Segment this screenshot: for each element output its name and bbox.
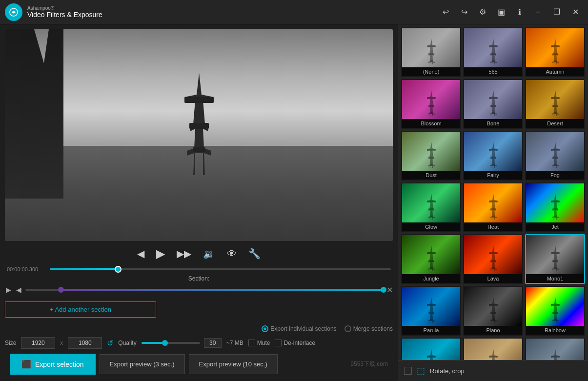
filter-item-heat[interactable]: Heat [463, 182, 523, 232]
reset-size-icon[interactable]: ↺ [107, 339, 113, 348]
app-name: Ashampoo® Video Filters & Exposure [27, 5, 438, 19]
svg-rect-64 [553, 267, 557, 269]
width-input[interactable] [21, 337, 55, 349]
quality-thumb[interactable] [162, 340, 168, 346]
filter-name: 565 [464, 67, 522, 76]
filter-item-parula[interactable]: Parula [401, 286, 461, 336]
step-forward-button[interactable]: ▶▶ [175, 246, 193, 261]
filter-item-dust[interactable]: Dust [401, 131, 461, 180]
export-options-row: Export individual sections Merge section… [5, 323, 393, 334]
svg-rect-63 [552, 260, 558, 262]
filter-item-sandblasted[interactable]: Sandblasted [463, 338, 523, 360]
filter-thumb [402, 80, 460, 119]
video-scene [5, 29, 393, 241]
mute-option[interactable]: Mute [248, 340, 270, 346]
section-thumb-left[interactable] [58, 287, 64, 293]
volume-button[interactable]: 🔉 [201, 246, 217, 261]
close-button[interactable]: ✕ [568, 4, 583, 20]
export-icon: ⬛ [21, 360, 31, 369]
merge-sections-option[interactable]: Merge sections [345, 325, 393, 332]
filter-name: Rainbow [526, 326, 584, 335]
filter-item-rainbow[interactable]: Rainbow [525, 286, 585, 336]
filter-item-blossom[interactable]: Blossom [401, 79, 461, 129]
export-individual-radio[interactable] [262, 325, 268, 332]
svg-rect-86 [551, 356, 560, 358]
redo-button[interactable]: ↪ [456, 4, 472, 20]
restore-button[interactable]: ❐ [549, 4, 565, 20]
filter-item-desert[interactable]: Desert [525, 79, 585, 129]
rotate-crop-checkbox[interactable] [404, 367, 412, 375]
svg-rect-18 [427, 97, 436, 99]
filter-item-autumn[interactable]: Autumn [525, 27, 585, 77]
deinterlace-option[interactable]: De-interlace [275, 340, 315, 346]
svg-rect-38 [551, 149, 560, 151]
filter-item-piano[interactable]: Piano [463, 286, 523, 336]
filter-item-(none)[interactable]: (None) [401, 27, 461, 77]
info-button[interactable]: ℹ [512, 4, 527, 20]
deinterlace-checkbox[interactable] [275, 340, 282, 346]
minimize-button[interactable]: − [530, 4, 546, 20]
svg-rect-12 [491, 60, 495, 62]
play-button[interactable]: ▶ [154, 245, 167, 262]
timeline-thumb[interactable] [115, 266, 122, 273]
export-preview-10-button[interactable]: Export preview (10 sec.) [189, 354, 278, 374]
export-selection-label: Export selection [35, 361, 84, 368]
filter-item-fairy[interactable]: Fairy [463, 131, 523, 180]
filter-item-jet[interactable]: Jet [525, 182, 585, 232]
filter-item-fog[interactable]: Fog [525, 131, 585, 180]
section-remove-button[interactable]: ✕ [386, 285, 393, 295]
svg-rect-76 [553, 319, 557, 321]
filter-item-mono1[interactable]: Mono1 [525, 234, 585, 284]
quality-value-input[interactable] [204, 338, 222, 348]
svg-rect-51 [552, 208, 558, 210]
height-input[interactable] [68, 337, 102, 349]
section-thumb-right[interactable] [381, 287, 386, 293]
filter-name: Dust [402, 171, 460, 180]
svg-rect-4 [193, 147, 205, 152]
filter-name: Piano [464, 326, 522, 335]
export-individual-option[interactable]: Export individual sections [262, 325, 336, 332]
filter-item-steel[interactable]: Steel [525, 338, 585, 360]
step-back-button[interactable]: ◀ [135, 246, 146, 261]
section-icon-left[interactable]: ▶ [5, 285, 12, 295]
main-area: ◀ ▶ ▶▶ 🔉 👁 🔧 00:00:00.300 Section: ▶ ◀ [0, 24, 588, 381]
display-button[interactable]: ▣ [493, 4, 509, 20]
section-row: Section: ▶ ◀ ✕ [5, 272, 393, 296]
svg-rect-59 [490, 260, 496, 262]
export-individual-label: Export individual sections [270, 325, 336, 332]
timeline-track[interactable] [50, 268, 391, 270]
svg-rect-74 [551, 304, 560, 306]
section-track[interactable] [25, 289, 384, 291]
filter-item-glow[interactable]: Glow [401, 182, 461, 232]
filter-grid: (None) 565 Autumn Blossom [401, 27, 585, 360]
section-track-row: ▶ ◀ ✕ [5, 285, 393, 295]
svg-rect-19 [428, 105, 434, 107]
add-section-button[interactable]: + Add another section [5, 301, 156, 318]
scene-tower [180, 70, 219, 178]
preview-button[interactable]: 👁 [225, 246, 239, 261]
filter-item-jungle[interactable]: Jungle [401, 234, 461, 284]
settings-button[interactable]: ⚙ [475, 4, 490, 20]
filter-item-565[interactable]: 565 [463, 27, 523, 77]
svg-rect-58 [489, 252, 498, 254]
add-section-area: + Add another section [5, 296, 393, 323]
svg-rect-36 [491, 164, 495, 165]
undo-button[interactable]: ↩ [438, 4, 453, 20]
filter-item-lava[interactable]: Lava [463, 234, 523, 284]
svg-rect-54 [427, 252, 436, 254]
svg-rect-43 [428, 208, 434, 210]
section-trim-left[interactable]: ◀ [15, 285, 22, 295]
svg-rect-67 [428, 312, 434, 314]
filter-item-river[interactable]: River [401, 338, 461, 360]
export-preview-3-button[interactable]: Export preview (3 sec.) [100, 354, 185, 374]
filter-item-bone[interactable]: Bone [463, 79, 523, 129]
svg-rect-34 [489, 149, 498, 151]
merge-sections-radio[interactable] [345, 325, 351, 332]
svg-rect-44 [429, 216, 433, 217]
deinterlace-label: De-interlace [284, 340, 315, 346]
merge-sections-label: Merge sections [353, 325, 393, 332]
tools-button[interactable]: 🔧 [246, 246, 263, 261]
export-selection-button[interactable]: ⬛ Export selection [10, 354, 96, 375]
mute-checkbox[interactable] [248, 340, 255, 346]
quality-track[interactable] [142, 342, 200, 344]
